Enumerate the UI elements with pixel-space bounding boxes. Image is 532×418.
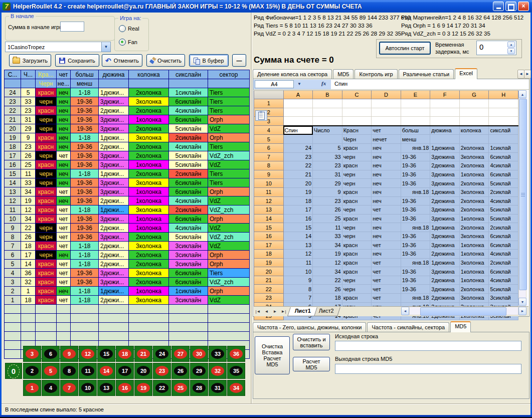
casino-combobox[interactable]: 1CasinoTropez ▼ [5, 42, 111, 52]
radio-option-real[interactable]: Real [119, 25, 139, 32]
excel-column-header-B[interactable]: B [313, 91, 342, 99]
excel-cell[interactable]: черн [342, 223, 372, 232]
tab-частота-сиклайны-сектора[interactable]: Частота - сиклайны, сектора [367, 322, 449, 332]
tab-scroll-right-icon[interactable]: ► [524, 70, 531, 79]
excel-cell[interactable]: 33 [313, 152, 342, 161]
md5-input-field[interactable] [335, 341, 521, 351]
excel-cell[interactable]: красн [342, 250, 372, 259]
roulette-number-12[interactable]: 12 [79, 346, 97, 362]
sheet-next-icon[interactable]: ► [271, 308, 279, 316]
excel-cell[interactable]: 9 [283, 276, 313, 285]
excel-cell[interactable]: нечет [372, 135, 401, 144]
excel-cell[interactable] [313, 99, 342, 108]
excel-cell[interactable]: 13 [283, 241, 313, 250]
excel-cell[interactable]: 5сиклай [489, 214, 518, 223]
excel-cell[interactable]: 3дюжина [430, 285, 460, 294]
roulette-number-7[interactable]: 7 [60, 380, 78, 396]
excel-row-header-5[interactable]: 5 [254, 135, 284, 144]
excel-row-header-18[interactable]: 18 [254, 250, 284, 259]
roulette-number-2[interactable]: 2 [23, 363, 41, 379]
excel-cell[interactable]: черн [342, 152, 372, 161]
roulette-number-9[interactable]: 9 [60, 346, 78, 362]
excel-cell[interactable]: красн [342, 143, 372, 152]
excel-cell[interactable]: неч [372, 170, 401, 179]
excel-cell[interactable]: Красн [342, 126, 372, 135]
excel-row-header-19[interactable]: 19 [254, 258, 284, 267]
roulette-number-19[interactable]: 19 [134, 380, 152, 396]
excel-cell[interactable]: 10 [283, 267, 313, 276]
roulette-number-1[interactable]: 1 [23, 380, 41, 396]
excel-cell[interactable]: 1колонка [459, 276, 489, 285]
excel-cell[interactable]: 3дюжина [430, 205, 460, 215]
hscroll-right-icon[interactable]: ► [518, 307, 526, 315]
excel-cell[interactable]: 2колонка [459, 205, 489, 215]
excel-cell[interactable] [459, 108, 489, 117]
excel-cell[interactable]: красн [342, 187, 372, 196]
roulette-number-20[interactable]: 20 [134, 363, 152, 379]
excel-row-header-10[interactable]: 10 [254, 179, 284, 188]
roulette-number-35[interactable]: 35 [227, 363, 245, 379]
excel-cell[interactable]: чет [372, 285, 401, 294]
tab-контроль-игр[interactable]: Контроль игр [354, 69, 397, 79]
excel-cell[interactable]: 1дюжина [430, 223, 460, 232]
excel-cell[interactable] [313, 108, 342, 117]
excel-column-header-E[interactable]: E [401, 91, 430, 99]
excel-cell[interactable] [313, 135, 342, 144]
excel-cell[interactable]: 23 [313, 161, 342, 170]
excel-cell[interactable]: 4сиклай [489, 161, 518, 170]
excel-cell[interactable]: 2колонка [459, 161, 489, 170]
excel-cell[interactable]: колонка [459, 126, 489, 135]
hscroll-left-icon[interactable]: ◄ [401, 307, 409, 315]
excel-cell[interactable]: 6сиклай [489, 267, 518, 276]
excel-cell[interactable]: сикслай [489, 126, 518, 135]
excel-row-header-21[interactable]: 21 [254, 276, 284, 285]
tab-различные-статьи[interactable]: Различные статьи [399, 69, 454, 79]
roulette-number-17[interactable]: 17 [116, 363, 134, 379]
excel-cell[interactable]: 1дюжина [430, 258, 460, 267]
excel-cell[interactable]: менш [401, 135, 430, 144]
md5-calc-button[interactable]: Расчет MD5 [293, 357, 330, 371]
excel-cell[interactable]: неч [372, 196, 401, 205]
excel-cell[interactable]: Число [313, 126, 342, 135]
md5-clear-paste-calc-button[interactable]: Очистка Вставка Расчет MD5 [255, 336, 290, 374]
roulette-number-16[interactable]: 16 [116, 380, 134, 396]
close-button[interactable]: × [518, 2, 529, 11]
excel-cell[interactable]: неч [372, 250, 401, 259]
excel-cell[interactable]: 19 [283, 187, 313, 196]
excel-row-header-14[interactable]: 14 [254, 214, 284, 223]
title-bar[interactable]: 7 HelperRoullet 4.2 - create helperroull… [0, 0, 532, 13]
spinner-up-icon[interactable]: ▲ [507, 42, 515, 48]
excel-cell[interactable] [430, 117, 460, 126]
excel-cell[interactable]: 2колонка [459, 196, 489, 205]
excel-cell[interactable]: 19-36 [401, 232, 430, 241]
namebox-dropdown-icon[interactable]: ▼ [295, 81, 303, 88]
roulette-number-13[interactable]: 13 [97, 380, 115, 396]
excel-cell[interactable] [342, 99, 372, 108]
tab-md5[interactable]: MD5 [450, 321, 471, 332]
formula-text[interactable]: Спин [334, 81, 347, 87]
roulette-number-28[interactable]: 28 [190, 380, 208, 396]
excel-cell[interactable]: черн [342, 205, 372, 215]
excel-cell[interactable]: 16 [283, 214, 313, 223]
excel-cell[interactable]: 2дюжина [430, 294, 460, 303]
excel-cell[interactable] [459, 135, 489, 144]
excel-cell[interactable]: черн [342, 170, 372, 179]
excel-cell[interactable]: 11 [283, 258, 313, 267]
excel-cell[interactable] [430, 108, 460, 117]
excel-cell[interactable]: чет [372, 267, 401, 276]
excel-cell[interactable]: неч [372, 232, 401, 241]
excel-row-header-11[interactable]: 11 [254, 187, 284, 196]
excel-cell[interactable]: 8 [283, 285, 313, 294]
excel-cell[interactable]: 5сиклай [489, 205, 518, 215]
excel-row-header-12[interactable]: 12 [254, 196, 284, 205]
excel-cell[interactable]: 2дюжина [430, 250, 460, 259]
excel-cell[interactable]: черн [342, 276, 372, 285]
excel-cell[interactable]: 3колонка [459, 187, 489, 196]
excel-cell[interactable]: 2сиклай [489, 223, 518, 232]
excel-cell[interactable]: 4сиклай [489, 196, 518, 205]
excel-cell[interactable]: Черн [342, 135, 372, 144]
minimize-button[interactable] [493, 2, 504, 11]
excel-cell[interactable]: 3дюжина [430, 241, 460, 250]
excel-cell[interactable]: 19-36 [401, 285, 430, 294]
load-button[interactable]: Загрузить [9, 54, 51, 67]
